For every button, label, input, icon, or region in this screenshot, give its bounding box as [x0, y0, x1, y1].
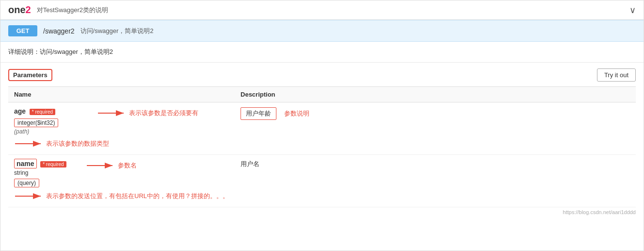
annotation-param-name: 参数名	[86, 160, 137, 171]
parameters-label: Parameters	[8, 69, 52, 81]
brand-number: 2	[26, 4, 31, 15]
name-annotation-row-2: name * required string (query)	[14, 160, 229, 187]
annotation-param-name-text: 参数名	[118, 161, 137, 170]
table-row: age * required integer($int32) (path)	[8, 102, 636, 155]
annotation-type-row: 表示该参数的数据类型	[14, 138, 229, 150]
param-age-name: age	[14, 107, 26, 115]
param-name-location: (query)	[14, 179, 39, 187]
col-header-description: Description	[235, 87, 636, 102]
get-bar: GET /swagger2 访问/swagger，简单说明2	[0, 20, 644, 42]
param-name-name: name	[14, 159, 37, 168]
param-age-info: age * required integer($int32) (path)	[14, 107, 58, 135]
arrow-type-icon	[14, 138, 43, 150]
param-name-cell-2: name * required string (query)	[8, 155, 235, 207]
detail-section: 详细说明：访问/swagger，简单说明2	[0, 42, 644, 63]
param-name-info: name * required string (query)	[14, 160, 66, 187]
desc-with-annotation: 用户年龄 参数说明	[241, 107, 630, 120]
param-name-cell: age * required integer($int32) (path)	[8, 102, 235, 155]
param-name-desc-cell: 用户名	[235, 155, 636, 207]
param-name-type: string	[14, 169, 66, 176]
annotation-type-text: 表示该参数的数据类型	[46, 139, 109, 148]
detail-text: 详细说明：访问/swagger，简单说明2	[8, 48, 113, 55]
param-age-location: (path)	[14, 128, 58, 135]
param-desc-label: 参数说明	[284, 109, 309, 118]
params-header: Parameters Try it out	[8, 68, 636, 86]
annotation-location-row: 表示参数的发送位置，有包括在URL中的，有使用？拼接的。。。	[14, 190, 229, 202]
api-path: /swagger2	[43, 27, 75, 35]
param-name-location-row: (query)	[14, 177, 66, 187]
required-badge-age: * required	[30, 109, 55, 115]
arrow-required-icon	[97, 107, 126, 119]
param-age-description: 用户年龄	[241, 107, 276, 120]
table-header-row: Name Description	[8, 87, 636, 102]
header-description: 对TestSwagger2类的说明	[37, 6, 108, 15]
table-row: name * required string (query)	[8, 155, 636, 207]
arrow-param-name-icon	[86, 160, 115, 171]
annotation-required: 表示该参数是否必须要有	[97, 107, 198, 119]
param-age-type: integer($int32)	[14, 118, 58, 127]
header: one2 对TestSwagger2类的说明 ∨	[0, 0, 644, 20]
param-age-type-row: integer($int32)	[14, 117, 58, 127]
col-header-name: Name	[8, 87, 235, 102]
name-annotation-row: age * required integer($int32) (path)	[14, 107, 229, 135]
main-container: one2 对TestSwagger2类的说明 ∨ GET /swagger2 访…	[0, 0, 644, 251]
api-description: 访问/swagger，简单说明2	[80, 27, 154, 35]
param-age-name-row: age * required	[14, 107, 58, 115]
annotation-location-text: 表示参数的发送位置，有包括在URL中的，有使用？拼接的。。。	[46, 192, 229, 201]
param-age-desc-cell: 用户年龄 参数说明	[235, 102, 636, 155]
watermark: https://blog.csdn.net/aari1dddd	[0, 207, 644, 217]
watermark-text: https://blog.csdn.net/aari1dddd	[563, 209, 636, 215]
arrow-location-icon	[14, 190, 43, 202]
method-badge: GET	[8, 25, 37, 36]
annotation-required-text: 表示该参数是否必须要有	[129, 109, 198, 117]
chevron-down-icon[interactable]: ∨	[629, 5, 636, 16]
required-badge-name: * required	[40, 161, 66, 167]
param-name-name-row: name * required	[14, 160, 66, 167]
param-name-description: 用户名	[241, 160, 259, 167]
try-it-out-button[interactable]: Try it out	[597, 68, 636, 82]
brand: one2	[8, 4, 31, 16]
parameters-section: Parameters Try it out Name Description	[0, 63, 644, 207]
header-left: one2 对TestSwagger2类的说明	[8, 4, 108, 16]
params-table: Name Description age * required	[8, 86, 636, 207]
